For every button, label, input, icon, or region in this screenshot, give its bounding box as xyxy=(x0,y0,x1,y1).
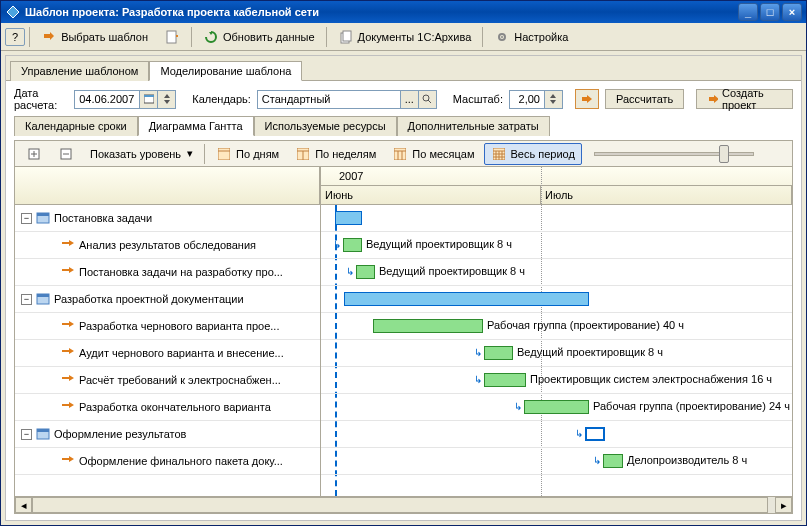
documents-button[interactable]: Документы 1С:Архива xyxy=(331,26,479,48)
task-row[interactable]: Оформление финального пакета доку... xyxy=(15,448,320,475)
by-months-button[interactable]: По месяцам xyxy=(385,143,481,165)
horizontal-scrollbar[interactable]: ◂ ▸ xyxy=(15,496,792,513)
show-level-button[interactable]: Показать уровень ▾ xyxy=(83,144,200,163)
gantt-row: ↳ xyxy=(321,421,792,448)
task-row[interactable]: −Разработка проектной документации xyxy=(15,286,320,313)
gantt-bar[interactable] xyxy=(603,454,623,468)
gantt-bar[interactable] xyxy=(484,346,513,360)
svg-line-12 xyxy=(428,100,431,103)
sub-tabs: Календарные сроки Диаграмма Гантта Испол… xyxy=(14,115,793,135)
create-project-button[interactable]: Создать проект xyxy=(696,89,793,109)
task-label: Постановка задачи на разработку про... xyxy=(79,266,283,278)
separator xyxy=(482,27,483,47)
dependency-arrow-icon: ↳ xyxy=(474,347,482,358)
arrow-right-icon xyxy=(580,93,594,105)
task-arrow-icon xyxy=(61,373,75,387)
task-label: Аудит чернового варианта и внесение... xyxy=(79,347,284,359)
whole-period-button[interactable]: Весь период xyxy=(484,143,582,165)
date-picker-button[interactable] xyxy=(140,90,158,109)
tab-management[interactable]: Управление шаблоном xyxy=(10,61,149,81)
scroll-track[interactable] xyxy=(32,497,775,513)
task-row[interactable]: −Постановка задачи xyxy=(15,205,320,232)
subtab-costs[interactable]: Дополнительные затраты xyxy=(397,116,550,136)
subtab-resources[interactable]: Используемые ресурсы xyxy=(254,116,397,136)
dependency-arrow-icon: ↳ xyxy=(333,239,341,250)
gantt-row: Ведущий проектировщик 8 ч↳ xyxy=(321,340,792,367)
gantt-bar[interactable] xyxy=(356,265,375,279)
scale-label: Масштаб: xyxy=(453,93,503,105)
calendar-select-button[interactable]: ... xyxy=(401,90,419,109)
gantt-bar[interactable] xyxy=(344,292,589,306)
subtab-calendar[interactable]: Календарные сроки xyxy=(14,116,138,136)
svg-rect-25 xyxy=(394,148,406,160)
by-days-button[interactable]: По дням xyxy=(209,143,286,165)
slider-handle[interactable] xyxy=(719,145,729,163)
task-row[interactable]: −Оформление результатов xyxy=(15,421,320,448)
run-button[interactable] xyxy=(575,89,599,109)
window-title: Шаблон проекта: Разработка проекта кабел… xyxy=(25,6,738,18)
gantt-bar[interactable] xyxy=(585,427,605,441)
scale-spin-button[interactable] xyxy=(545,90,563,109)
select-template-button[interactable]: Выбрать шаблон xyxy=(34,26,155,48)
create-project-label: Создать проект xyxy=(722,87,782,111)
task-arrow-icon xyxy=(61,346,75,360)
calculate-button[interactable]: Рассчитать xyxy=(605,89,684,109)
help-button[interactable]: ? xyxy=(5,28,25,46)
date-input[interactable]: 04.06.2007 xyxy=(74,90,140,109)
calendar-week-icon xyxy=(295,146,311,162)
collapse-all-button[interactable] xyxy=(51,143,81,165)
task-arrow-icon xyxy=(61,238,75,252)
task-row[interactable]: Расчёт требований к электроснабжен... xyxy=(15,367,320,394)
gantt-row: Делопроизводитель 8 ч↳ xyxy=(321,448,792,475)
collapse-icon xyxy=(58,146,74,162)
bar-label: Проектировщик систем электроснабжения 16… xyxy=(530,373,772,385)
bar-label: Рабочая группа (проектирование) 24 ч xyxy=(593,400,790,412)
close-button[interactable]: × xyxy=(782,3,802,21)
date-spin-button[interactable] xyxy=(158,90,176,109)
gantt-bar[interactable] xyxy=(524,400,589,414)
update-data-button[interactable]: Обновить данные xyxy=(196,26,322,48)
maximize-button[interactable]: □ xyxy=(760,3,780,21)
zoom-slider[interactable] xyxy=(594,152,754,156)
collapse-icon[interactable]: − xyxy=(21,294,32,305)
collapse-icon[interactable]: − xyxy=(21,213,32,224)
timeline-header: 2007 Июнь Июль xyxy=(321,167,792,205)
by-weeks-button[interactable]: По неделям xyxy=(288,143,383,165)
gantt-rows: Ведущий проектировщик 8 ч↳Ведущий проект… xyxy=(321,205,792,496)
calendar-day-icon xyxy=(216,146,232,162)
minimize-button[interactable]: _ xyxy=(738,3,758,21)
titlebar: Шаблон проекта: Разработка проекта кабел… xyxy=(1,1,806,23)
gantt-panel: Показать уровень ▾ По дням По неделям По… xyxy=(14,140,793,514)
settings-button[interactable]: Настройка xyxy=(487,26,575,48)
task-label: Разработка чернового варианта прое... xyxy=(79,320,280,332)
spinner-icon xyxy=(549,94,557,104)
scroll-thumb[interactable] xyxy=(32,497,768,513)
collapse-icon[interactable]: − xyxy=(21,429,32,440)
svg-rect-39 xyxy=(37,294,49,297)
document-new-icon xyxy=(164,29,180,45)
gantt-bar[interactable] xyxy=(335,211,362,225)
gantt-row xyxy=(321,286,792,313)
task-row[interactable]: Постановка задачи на разработку про... xyxy=(15,259,320,286)
expand-all-button[interactable] xyxy=(19,143,49,165)
scroll-left-button[interactable]: ◂ xyxy=(15,497,32,513)
calendar-input[interactable]: Стандартный xyxy=(257,90,401,109)
calendar-search-button[interactable] xyxy=(419,90,437,109)
task-row[interactable]: Разработка окончательного варианта xyxy=(15,394,320,421)
svg-marker-9 xyxy=(164,94,170,98)
task-row[interactable]: Аудит чернового варианта и внесение... xyxy=(15,340,320,367)
new-button[interactable] xyxy=(157,26,187,48)
task-row[interactable]: Анализ результатов обследования xyxy=(15,232,320,259)
subtab-gantt[interactable]: Диаграмма Гантта xyxy=(138,116,254,136)
gantt-bar[interactable] xyxy=(484,373,526,387)
task-row[interactable]: Разработка чернового варианта прое... xyxy=(15,313,320,340)
gantt-bar[interactable] xyxy=(343,238,362,252)
scale-input[interactable]: 2,00 xyxy=(509,90,545,109)
gantt-bar[interactable] xyxy=(373,319,483,333)
group-icon xyxy=(36,292,50,306)
task-label: Разработка проектной документации xyxy=(54,293,244,305)
svg-rect-1 xyxy=(167,31,176,43)
scroll-right-button[interactable]: ▸ xyxy=(775,497,792,513)
task-arrow-icon xyxy=(61,319,75,333)
tab-modeling[interactable]: Моделирование шаблона xyxy=(149,61,302,81)
